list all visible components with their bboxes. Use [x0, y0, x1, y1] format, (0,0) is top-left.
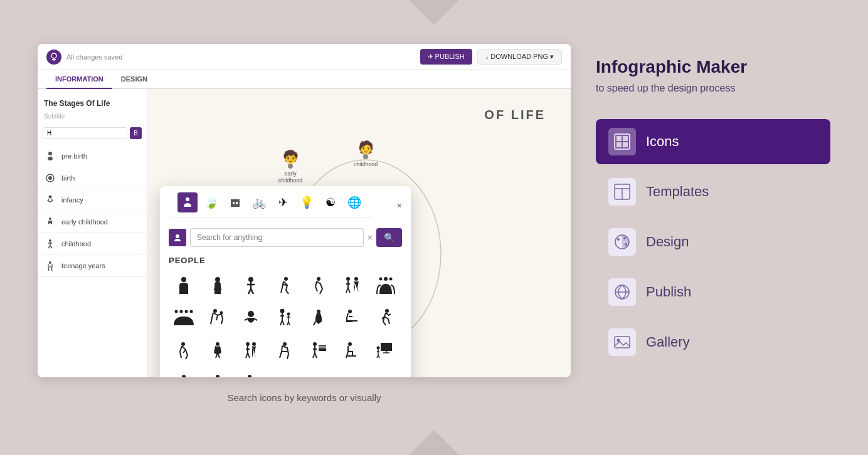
sidebar-item-teenage[interactable]: teenage years: [38, 255, 147, 277]
birth-icon: [44, 172, 56, 184]
icon-sitting2[interactable]: [337, 335, 368, 365]
svg-point-41: [379, 278, 383, 281]
svg-rect-126: [623, 136, 628, 141]
category-building[interactable]: [225, 192, 245, 212]
icon-group1[interactable]: [371, 270, 401, 300]
feature-label-design: Design: [646, 234, 689, 250]
tab-design[interactable]: DESIGN: [112, 70, 156, 89]
icon-bride[interactable]: [203, 335, 233, 365]
feature-item-design[interactable]: Design: [596, 219, 830, 264]
category-ideas[interactable]: 💡: [297, 192, 317, 212]
app-subtitle: to speed up the design process: [596, 83, 830, 94]
svg-text:childhood: childhood: [278, 177, 302, 184]
svg-point-3: [48, 152, 52, 155]
sidebar-item-birth[interactable]: birth: [38, 167, 147, 189]
category-wellness[interactable]: ☯: [320, 192, 341, 212]
svg-line-30: [251, 289, 253, 294]
feature-label-publish: Publish: [646, 284, 691, 300]
svg-point-52: [280, 309, 285, 313]
svg-point-78: [283, 342, 287, 346]
category-misc[interactable]: 🌐: [344, 192, 364, 212]
svg-point-26: [248, 277, 253, 282]
publish-button[interactable]: ✈ PUBLISH: [420, 49, 472, 65]
feature-item-templates[interactable]: Templates: [596, 169, 830, 214]
app-content: The Stages Of Life Subtitle B pre-birth: [38, 89, 571, 377]
sidebar-search-input[interactable]: [43, 127, 127, 139]
svg-rect-20: [231, 199, 240, 207]
download-button[interactable]: ↓ DOWNLOAD PNG ▾: [477, 49, 562, 65]
sidebar-add-btn[interactable]: B: [130, 127, 142, 139]
svg-point-79: [313, 342, 317, 346]
icon-carrying2[interactable]: [270, 335, 300, 365]
svg-point-45: [185, 310, 188, 313]
icon-teaching[interactable]: [304, 335, 334, 365]
early-childhood-icon: [44, 216, 56, 228]
icon-categories: 🍃 🚲 ✈ 💡 ☯ 🌐: [169, 192, 373, 218]
icon-parent-child[interactable]: [270, 303, 300, 333]
svg-point-98: [182, 375, 186, 377]
svg-line-56: [282, 320, 284, 325]
icon-couple1[interactable]: [337, 270, 368, 300]
icon-baby[interactable]: [236, 303, 266, 333]
feature-list: Icons Templates: [596, 119, 830, 365]
icon-section-title: PEOPLE: [160, 253, 411, 270]
canvas-title-partial: OF LIFE: [160, 108, 558, 122]
sidebar-item-prebirth[interactable]: pre-birth: [38, 145, 147, 167]
icon-person2[interactable]: [203, 270, 233, 300]
icon-elderly1[interactable]: [203, 368, 233, 377]
teenage-label: teenage years: [61, 262, 105, 269]
icon-person3[interactable]: [236, 270, 266, 300]
feature-item-publish[interactable]: Publish: [596, 269, 830, 315]
icon-search-submit-btn[interactable]: 🔍: [376, 228, 402, 247]
icon-walking2[interactable]: [304, 270, 334, 300]
sidebar-item-early-childhood[interactable]: early childhood: [38, 211, 147, 233]
svg-rect-89: [347, 355, 356, 357]
svg-point-108: [288, 164, 293, 169]
svg-line-63: [314, 322, 315, 325]
templates-icon-box: [608, 178, 636, 206]
app-logo: [46, 50, 61, 65]
svg-rect-22: [236, 202, 238, 204]
icon-couple2[interactable]: [236, 335, 266, 365]
svg-line-61: [288, 322, 290, 325]
svg-line-38: [348, 288, 350, 293]
category-people[interactable]: [177, 192, 198, 212]
icon-sitting-desk[interactable]: [337, 303, 368, 333]
svg-point-10: [49, 217, 51, 220]
icon-running[interactable]: [371, 303, 401, 333]
category-nature[interactable]: 🍃: [201, 192, 221, 212]
icon-search-input[interactable]: [190, 228, 364, 247]
feature-item-icons[interactable]: Icons: [596, 119, 830, 164]
svg-point-34: [346, 277, 350, 281]
icon-sitting3[interactable]: [169, 368, 199, 377]
category-travel[interactable]: ✈: [273, 192, 293, 212]
svg-point-72: [246, 342, 250, 346]
icon-group2[interactable]: [169, 303, 199, 333]
svg-rect-127: [617, 142, 622, 147]
sidebar-item-childhood[interactable]: childhood: [38, 233, 147, 255]
app-tabs: INFORMATION DESIGN: [38, 70, 571, 89]
icon-walking1[interactable]: [270, 270, 300, 300]
svg-line-76: [248, 353, 250, 358]
icon-picker-close-btn[interactable]: ×: [397, 201, 402, 211]
icon-elderly2[interactable]: [236, 368, 266, 377]
svg-text:🧒: 🧒: [282, 149, 298, 164]
feature-item-gallery[interactable]: Gallery: [596, 320, 830, 365]
bottom-arrow-decoration: [409, 430, 459, 455]
sidebar-item-infancy[interactable]: infancy: [38, 189, 147, 211]
icon-walking3[interactable]: [169, 335, 199, 365]
birth-label: birth: [61, 174, 75, 182]
svg-point-133: [617, 238, 620, 241]
tab-information[interactable]: INFORMATION: [46, 70, 112, 89]
icon-carrying[interactable]: [203, 303, 233, 333]
icons-icon-box: [608, 128, 636, 155]
svg-point-44: [180, 310, 183, 313]
icon-kneeling[interactable]: [304, 303, 334, 333]
icon-person1[interactable]: [169, 270, 199, 300]
icon-search-clear-btn[interactable]: ×: [368, 233, 373, 243]
svg-point-68: [181, 342, 185, 346]
svg-line-83: [315, 353, 317, 358]
category-transport[interactable]: 🚲: [249, 192, 269, 212]
icon-presenting[interactable]: [371, 335, 401, 365]
svg-point-4: [48, 157, 53, 160]
